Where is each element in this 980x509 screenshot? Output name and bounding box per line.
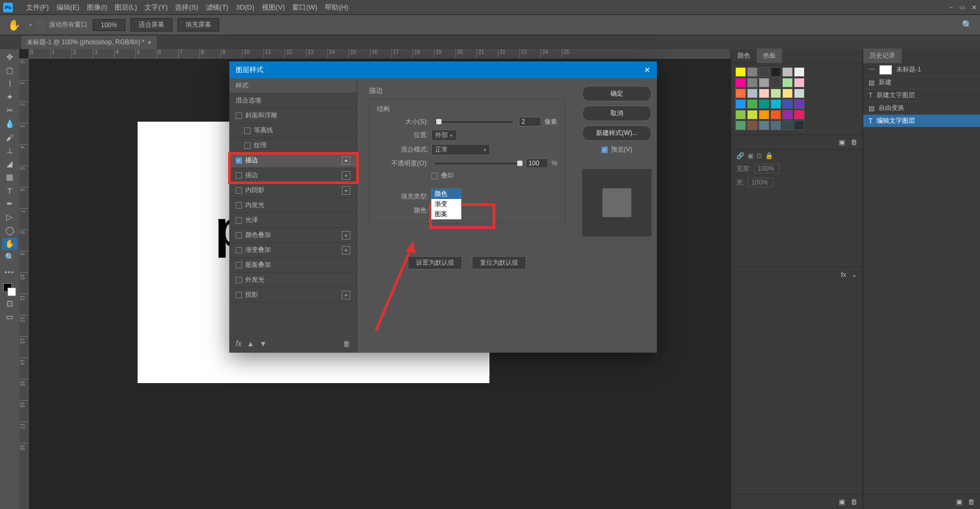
document-tab[interactable]: 未标题-1 @ 100% (photoshop, RGB/8#) * × — [21, 36, 157, 49]
add-effect-icon[interactable]: + — [342, 246, 350, 254]
delete-icon[interactable]: 🗑 — [343, 339, 350, 348]
swatch[interactable] — [782, 67, 793, 77]
swatch[interactable] — [759, 99, 769, 109]
color-swatches[interactable] — [3, 283, 16, 296]
close-tab-icon[interactable]: × — [148, 39, 151, 46]
style-checkbox[interactable] — [236, 172, 242, 179]
menu-type[interactable]: 文字(Y) — [141, 3, 171, 12]
eraser-tool-icon[interactable]: ◢ — [2, 158, 17, 170]
size-slider[interactable] — [435, 121, 512, 123]
swatch[interactable] — [770, 99, 781, 109]
menu-help[interactable]: 帮助(H) — [321, 3, 352, 12]
swatch[interactable] — [782, 110, 793, 120]
add-effect-icon[interactable]: + — [342, 171, 350, 180]
new-icon[interactable]: ▣ — [748, 152, 753, 160]
style-checkbox[interactable] — [236, 247, 242, 253]
new-layer-icon[interactable]: ▣ — [839, 498, 845, 506]
swatch[interactable] — [770, 110, 781, 120]
add-effect-icon[interactable]: + — [342, 156, 350, 165]
dialog-titlebar[interactable]: 图层样式 ✕ — [229, 61, 657, 78]
menu-file[interactable]: 文件(F) — [22, 3, 53, 12]
menu-filter[interactable]: 滤镜(T) — [202, 3, 232, 12]
arrow-up-icon[interactable]: ▲ — [247, 339, 254, 348]
screen-mode-icon[interactable]: ▭ — [2, 311, 17, 323]
hand-tool-icon[interactable]: ✋ — [2, 238, 17, 250]
fx-icon[interactable]: fx — [236, 339, 242, 348]
style-checkbox[interactable] — [236, 277, 242, 283]
menu-edit[interactable]: 编辑(E) — [53, 3, 83, 12]
style-item[interactable]: 内阴影+ — [229, 183, 357, 198]
stamp-tool-icon[interactable]: ⊥ — [2, 145, 17, 156]
swatch[interactable] — [782, 89, 793, 98]
style-item[interactable]: 纹理 — [229, 138, 357, 153]
filltype-option-gradient[interactable]: 渐变 — [431, 199, 461, 209]
fill-screen-button[interactable]: 填充屏幕 — [178, 18, 219, 31]
ok-button[interactable]: 确定 — [582, 86, 652, 101]
style-item[interactable]: 描边+ — [229, 168, 357, 183]
crop-tool-icon[interactable]: ✂ — [2, 105, 17, 116]
filltype-option-color[interactable]: 颜色 — [431, 189, 461, 199]
type-tool-icon[interactable]: T — [2, 185, 17, 196]
blendmode-dropdown[interactable]: 正常▾ — [431, 144, 490, 155]
add-effect-icon[interactable]: + — [342, 186, 350, 195]
style-checkbox[interactable]: ✓ — [236, 157, 242, 164]
swatch[interactable] — [735, 67, 746, 77]
swatch[interactable] — [747, 121, 758, 130]
blend-options-item[interactable]: 混合选项 — [229, 93, 357, 108]
lock-icon[interactable]: 🔒 — [765, 152, 773, 160]
style-item[interactable]: 光泽 — [229, 213, 357, 228]
filltype-option-pattern[interactable]: 图案 — [431, 209, 461, 219]
style-checkbox[interactable] — [236, 113, 242, 119]
search-icon[interactable]: 🔍 — [962, 20, 973, 30]
swatch[interactable] — [759, 110, 769, 120]
delete-layer-icon[interactable]: 🗑 — [850, 498, 857, 506]
menu-layer[interactable]: 图层(L) — [111, 3, 141, 12]
swatch[interactable] — [747, 89, 758, 98]
swatch[interactable] — [782, 99, 793, 109]
lasso-tool-icon[interactable]: ⌇ — [2, 78, 17, 90]
overprint-checkbox[interactable] — [431, 173, 438, 179]
style-item[interactable]: 投影+ — [229, 288, 357, 303]
style-item[interactable]: 图案叠加 — [229, 258, 357, 273]
style-item[interactable]: 斜面和浮雕 — [229, 108, 357, 123]
fill-input[interactable]: 100% — [748, 178, 773, 187]
cancel-button[interactable]: 取消 — [582, 106, 652, 121]
swatch[interactable] — [770, 78, 781, 88]
more-tools-icon[interactable]: ••• — [5, 269, 15, 276]
pen-tool-icon[interactable]: ✒ — [2, 198, 17, 210]
swatch[interactable] — [759, 89, 769, 98]
style-item[interactable]: 颜色叠加+ — [229, 228, 357, 243]
new-style-button[interactable]: 新建样式(W)... — [582, 125, 652, 141]
tool-preset-dropdown-icon[interactable]: ▾ — [29, 22, 32, 28]
path-select-tool-icon[interactable]: ▷ — [2, 211, 17, 223]
history-item[interactable]: ▤自由变换 — [863, 101, 980, 114]
scroll-all-checkbox[interactable] — [37, 22, 44, 28]
reset-default-button[interactable]: 复位为默认值 — [472, 256, 526, 269]
swatch[interactable] — [759, 67, 769, 77]
swatch[interactable] — [794, 121, 805, 130]
swatch[interactable] — [770, 67, 781, 77]
style-item[interactable]: ✓描边+ — [229, 153, 357, 168]
style-checkbox[interactable] — [236, 187, 242, 194]
style-checkbox[interactable] — [244, 128, 251, 134]
swatch[interactable] — [747, 99, 758, 109]
swatch[interactable] — [759, 78, 769, 88]
style-checkbox[interactable] — [236, 232, 242, 238]
menu-3d[interactable]: 3D(D) — [232, 3, 258, 11]
size-input[interactable] — [519, 117, 541, 126]
eyedropper-tool-icon[interactable]: 💧 — [2, 118, 17, 130]
zoom-100-button[interactable]: 100% — [93, 19, 125, 31]
history-item[interactable]: T编辑文字图层 — [863, 114, 980, 127]
swatch[interactable] — [794, 78, 805, 88]
swatch[interactable] — [782, 78, 793, 88]
zoom-tool-icon[interactable]: 🔍 — [2, 251, 17, 263]
style-item[interactable]: 等高线 — [229, 123, 357, 138]
style-item[interactable]: 外发光 — [229, 273, 357, 288]
width-input[interactable]: 100% — [754, 164, 780, 173]
delete-history-icon[interactable]: 🗑 — [968, 498, 975, 506]
swatch[interactable] — [794, 99, 805, 109]
fx-icon[interactable]: fx — [841, 271, 846, 279]
history-item[interactable]: T新建文字图层 — [863, 89, 980, 101]
swatches-tab[interactable]: 色板 — [757, 49, 782, 63]
swatch[interactable] — [747, 78, 758, 88]
